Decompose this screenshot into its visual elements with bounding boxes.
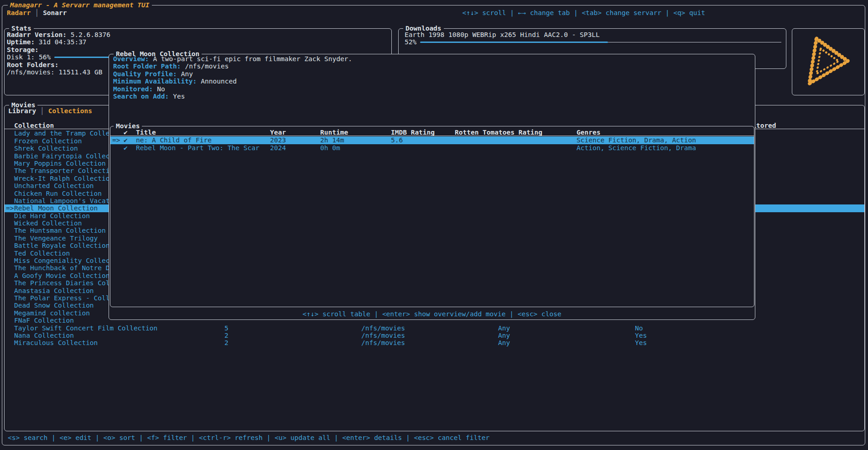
header-title: Title <box>136 129 156 136</box>
collection-name: Taylor Swift Concert Film Collection <box>14 324 157 332</box>
movie-runtime: 0h 0m <box>320 144 340 152</box>
collection-name: Miraculous Collection <box>14 339 98 346</box>
collection-name: The Transporter Collection <box>14 167 118 174</box>
movie-imdb-rating: 5.6 <box>391 136 403 144</box>
collection-movie-count: 2 <box>224 339 229 346</box>
header-runtime: Runtime <box>320 129 348 136</box>
logo-panel <box>792 28 865 95</box>
movie-genres: Science Fiction, Drama, Action <box>577 136 696 144</box>
tab-collections[interactable]: Collections <box>48 107 92 115</box>
downloads-panel-title: Downloads <box>403 25 444 32</box>
collection-name: Mary Poppins Collection <box>14 160 106 167</box>
collection-name: Chicken Run Collection <box>14 190 102 197</box>
collection-details-modal: Rebel Moon Collection Overview:A two-par… <box>109 54 755 320</box>
movie-year: 2024 <box>270 144 286 152</box>
header-imdb-rating: IMDB Rating <box>391 129 435 136</box>
download-item: Earth 1998 1080p WEBRip x265 Hindi AAC2.… <box>405 31 781 38</box>
collection-name: Frozen Collection <box>14 137 82 145</box>
monitored-check-icon: ✔ <box>124 136 128 144</box>
tab-radarr[interactable]: Radarr <box>7 9 31 16</box>
stats-panel-title: Stats <box>9 25 34 32</box>
app-window: Managarr - A Servarr management TUI Rada… <box>2 5 865 445</box>
movies-tab-separator: │ <box>40 107 44 115</box>
collection-name: The Huntsman Collection <box>14 227 106 234</box>
collection-movie-count: 2 <box>224 332 229 339</box>
collection-name: Rebel Moon Collection <box>14 204 98 212</box>
monitored-check-icon: ✔ <box>124 144 128 152</box>
collection-name: Wreck-It Ralph Collection <box>14 175 114 182</box>
header-rotten-tomatoes-rating: Rotten Tomatoes Rating <box>455 129 542 136</box>
collection-name: A Goofy Movie Collection <box>14 272 110 279</box>
collection-name: Dead Snow Collection <box>14 302 94 309</box>
collection-name: Battle Royale Collection <box>14 242 110 249</box>
field-search-on-add: Search on Add:Yes <box>113 93 352 100</box>
collection-name: Anastasia Collection <box>14 287 94 294</box>
movie-title: ne: A Child of Fire <box>136 136 212 144</box>
field-minimum-availability: Minimum Availability:Announced <box>113 78 352 85</box>
collection-name: Die Hard Collection <box>14 212 90 220</box>
collection-quality-profile: Any <box>498 324 510 332</box>
collection-root-folder: /nfs/movies <box>361 339 405 346</box>
selection-arrow: => <box>112 136 120 144</box>
collections-header-collection: Collection <box>14 122 54 129</box>
movie-row[interactable]: => ✔ ne: A Child of Fire 2023 2h 14m 5.6… <box>110 136 754 144</box>
managarr-play-logo-icon <box>798 32 858 92</box>
top-keybindings: <↑↓> scroll | ←→ change tab | <tab> chan… <box>462 9 705 16</box>
download-progress-gauge: 52% <box>405 38 781 46</box>
collection-name: Uncharted Collection <box>14 182 94 189</box>
servarr-tabs: Radarr│Sonarr <box>7 9 67 16</box>
modal-keybindings: <↑↓> scroll table | <enter> show overvie… <box>109 310 755 318</box>
bottom-keybindings: <s> search | <e> edit | <o> sort | <f> f… <box>8 434 489 441</box>
radarr-version: Radarr Version: 5.2.6.8376 <box>7 31 388 38</box>
movie-title: Rebel Moon - Part Two: The Scar <box>136 144 260 152</box>
collection-name: Wicked Collection <box>14 220 82 227</box>
movies-table-header: ✔ Title Year Runtime IMDB Rating Rotten … <box>110 129 754 136</box>
tab-sonarr[interactable]: Sonarr <box>43 9 67 16</box>
collection-row[interactable]: Miraculous Collection 2 /nfs/movies Any … <box>5 339 864 346</box>
collection-name: The Vengeance Trilogy <box>14 235 98 242</box>
uptime: Uptime: 31d 04:35:37 <box>7 38 388 46</box>
collection-name: FNaF Collection <box>14 317 74 324</box>
collection-root-folder: /nfs/movies <box>361 332 405 339</box>
tab-separator: │ <box>35 9 39 16</box>
movie-list: => ✔ ne: A Child of Fire 2023 2h 14m 5.6… <box>110 136 754 152</box>
field-root-folder-path: Root Folder Path:/nfs/movies <box>113 63 352 70</box>
header-year: Year <box>270 129 286 136</box>
movie-row[interactable]: ✔ Rebel Moon - Part Two: The Scar 2024 0… <box>110 144 754 152</box>
movie-year: 2023 <box>270 136 286 144</box>
collection-name: Megamind collection <box>14 309 90 317</box>
collection-row[interactable]: Nana Collection 2 /nfs/movies Any Yes <box>5 332 864 339</box>
movie-genres: Action, Science Fiction, Drama <box>577 144 696 152</box>
collection-name: Shrek Collection <box>14 145 78 152</box>
collection-fields: Overview:A two-part sci-fi epic from fil… <box>113 55 352 100</box>
collection-quality-profile: Any <box>498 332 510 339</box>
collection-name: Nana Collection <box>14 332 74 339</box>
selection-arrow: => <box>6 204 14 212</box>
app-title: Managarr - A Servarr management TUI <box>8 1 152 9</box>
collection-search-on-add: Yes <box>635 339 647 346</box>
collection-row[interactable]: Taylor Swift Concert Film Collection 5 /… <box>5 324 864 332</box>
field-overview: Overview:A two-part sci-fi epic from fil… <box>113 55 352 63</box>
movies-tabs: Library│Collections <box>8 107 92 115</box>
collection-search-on-add: No <box>635 324 643 332</box>
tab-library[interactable]: Library <box>8 107 36 115</box>
collection-search-on-add: Yes <box>635 332 647 339</box>
collection-name: Ted Collection <box>14 250 70 257</box>
header-check-icon: ✔ <box>124 129 128 136</box>
header-genres: Genres <box>577 129 600 136</box>
collection-quality-profile: Any <box>498 339 510 346</box>
movie-runtime: 2h 14m <box>320 136 344 144</box>
field-quality-profile: Quality Profile:Any <box>113 70 352 78</box>
download-gauge-bar <box>420 38 781 46</box>
collection-root-folder: /nfs/movies <box>361 324 405 332</box>
field-monitored: Monitored:No <box>113 85 352 93</box>
modal-movies-panel: Movies ✔ Title Year Runtime IMDB Rating … <box>110 126 754 307</box>
collection-movie-count: 5 <box>224 324 229 332</box>
